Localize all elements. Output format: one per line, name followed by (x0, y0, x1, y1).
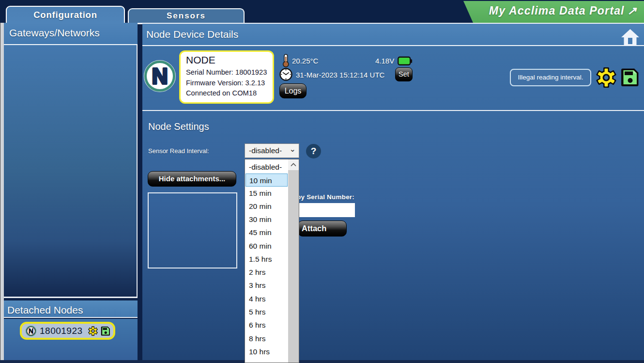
svg-text:N: N (29, 327, 33, 335)
svg-text:N: N (152, 63, 168, 89)
